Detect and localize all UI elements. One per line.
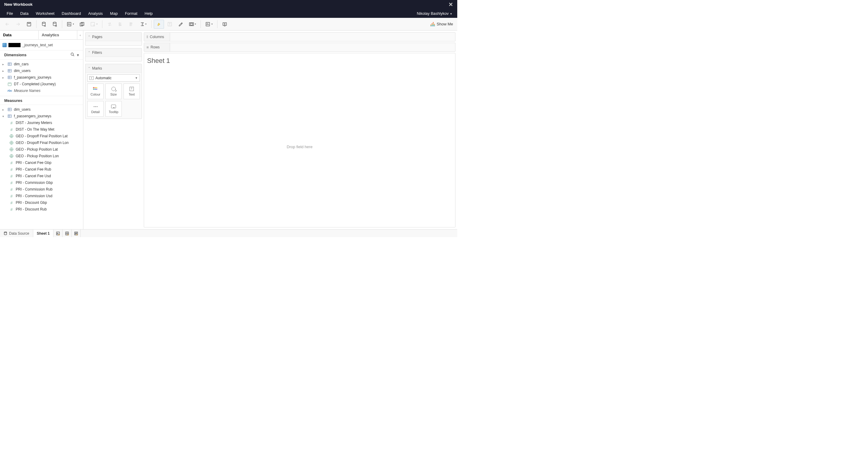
show-me-button[interactable]: Show Me [428,21,456,28]
search-icon[interactable] [70,52,74,57]
dimensions-label: Dimensions [4,53,27,57]
rows-shelf[interactable]: ≡Rows [144,43,456,52]
measure-group[interactable]: ▸dim_users [0,106,83,113]
tooltip-icon [111,105,116,108]
sheet-title[interactable]: Sheet 1 [144,53,455,66]
user-menu[interactable]: Nikolay Bashlykov ▼ [417,11,454,16]
measure-item[interactable]: GEO - Pickup Position Lat [0,146,83,153]
colour-icon [93,87,98,91]
tooltip-button[interactable]: Tooltip [105,101,122,117]
menu-map[interactable]: Map [106,9,121,18]
measure-item[interactable]: GEO - Pickup Position Lon [0,153,83,159]
sheet-tab[interactable]: Sheet 1 [33,229,54,237]
workbook-title: New Workbook [4,2,33,7]
colour-button[interactable]: Colour [87,83,103,99]
save-button[interactable] [24,20,34,29]
measure-item[interactable]: #PRI - Commission Usd [0,193,83,199]
globe-icon [10,147,13,151]
clear-sheet-button[interactable]: ▾ [88,20,100,29]
svg-point-13 [4,232,7,232]
chevron-up-icon: ⌃ [88,66,90,70]
measure-item[interactable]: #PRI - Cancel Fee Gbp [0,159,83,166]
measure-item[interactable]: #PRI - Discount Gbp [0,199,83,206]
new-datasource-button[interactable] [39,20,49,29]
detail-button[interactable]: Detail [87,101,103,117]
user-name: Nikolay Bashlykov [417,11,449,16]
svg-rect-7 [168,22,172,26]
pause-datasource-button[interactable] [50,20,60,29]
mark-type-select[interactable]: T Automatic ▼ [87,75,140,82]
menu-data[interactable]: Data [17,9,32,18]
swap-rows-columns-button[interactable] [104,20,115,29]
measure-item[interactable]: #DIST - On The Way Met [0,126,83,133]
datasource-row[interactable]: _journeys_test_set [0,39,83,51]
menu-worksheet[interactable]: Worksheet [32,9,58,18]
new-worksheet-tab-button[interactable] [54,229,63,237]
measure-item[interactable]: GEO - Dropoff Final Position Lat [0,133,83,139]
text-button[interactable]: TText [124,83,140,99]
bottom-tabbar: Data Source Sheet 1 [0,229,457,237]
menu-dashboard[interactable]: Dashboard [58,9,85,18]
chevron-down-icon: ▼ [135,77,138,80]
table-icon [8,63,11,66]
sort-desc-button[interactable] [126,20,136,29]
close-icon[interactable]: ✕ [448,1,453,8]
tab-data[interactable]: Data [0,31,38,39]
chevron-up-icon: ⌃ [88,35,90,38]
filters-card[interactable]: ⌃Filters [85,48,142,61]
undo-button[interactable] [2,20,12,29]
menu-format[interactable]: Format [121,9,141,18]
fit-button[interactable]: ▾ [186,20,198,29]
presentation-mode-button[interactable]: ▾ [203,20,215,29]
globe-icon [10,134,13,138]
tab-analytics[interactable]: Analytics [38,31,77,39]
data-pane: Data Analytics ‹ _journeys_test_set Dime… [0,31,83,229]
automatic-icon: T [89,76,94,80]
measure-item[interactable]: #PRI - Commission Gbp [0,179,83,186]
dim-item[interactable]: DT - Completed (Journey) [0,81,83,87]
mark-type-value: Automatic [95,76,112,80]
sort-asc-button[interactable] [115,20,126,29]
dim-item[interactable]: ▸dim_cars [0,61,83,67]
download-button[interactable] [220,20,230,29]
collapse-data-pane-button[interactable]: ‹ [77,31,83,39]
data-source-label: Data Source [9,231,29,235]
menu-help[interactable]: Help [141,9,156,18]
new-story-tab-button[interactable] [71,229,81,237]
dim-item[interactable]: ▸dim_users [0,67,83,74]
menu-file[interactable]: File [3,9,17,18]
viz-canvas[interactable]: Sheet 1 Drop field here [144,53,456,227]
measure-group[interactable]: ▾f_passengers_journeys [0,113,83,119]
new-worksheet-button[interactable]: ▾ [64,20,76,29]
menu-analysis[interactable]: Analysis [85,9,106,18]
size-button[interactable]: Size [105,83,122,99]
format-button[interactable] [176,20,186,29]
detail-icon [94,106,98,107]
table-icon [8,69,11,72]
redo-button[interactable] [13,20,23,29]
new-dashboard-tab-button[interactable] [63,229,71,237]
data-source-tab[interactable]: Data Source [0,229,33,237]
dimensions-tree: ▸dim_cars ▸dim_users ▸f_passengers_journ… [0,60,83,96]
measure-item[interactable]: GEO - Dropoff Final Position Lon [0,139,83,146]
measure-item[interactable]: #DIST - Journey Meters [0,119,83,126]
hash-icon: # [10,127,12,132]
columns-shelf[interactable]: ⦀Columns [144,32,456,41]
rows-label: Rows [151,45,160,49]
pages-card[interactable]: ⌃Pages [85,32,142,46]
measure-item[interactable]: #PRI - Cancel Fee Rub [0,166,83,173]
measure-item[interactable]: #PRI - Discount Rub [0,206,83,213]
text-label-button[interactable] [164,20,175,29]
duplicate-sheet-button[interactable] [77,20,87,29]
dim-item[interactable]: ▸f_passengers_journeys [0,74,83,81]
rows-icon: ≡ [147,45,149,50]
measure-item[interactable]: #PRI - Commission Rub [0,186,83,193]
table-icon [8,76,11,79]
dimensions-menu-icon[interactable]: ▾ [77,53,79,57]
datasource-icon [2,43,7,47]
hash-icon: # [10,121,12,125]
highlight-button[interactable] [154,20,164,29]
measure-item[interactable]: #PRI - Cancel Fee Usd [0,173,83,179]
totals-button[interactable]: ▾ [137,20,149,29]
dim-item[interactable]: AbcMeasure Names [0,87,83,94]
